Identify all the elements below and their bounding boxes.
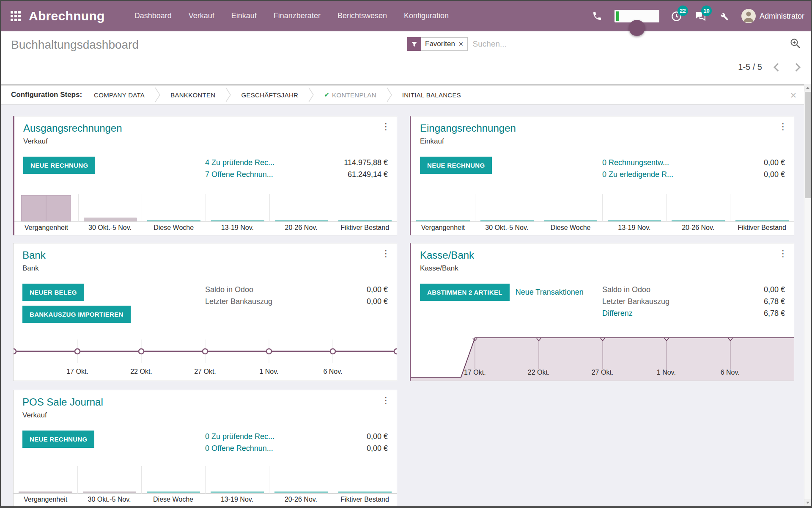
pager-next-button[interactable] bbox=[792, 63, 801, 72]
search-facet[interactable]: Favoriten bbox=[407, 37, 468, 51]
chart-column: Diese Woche bbox=[142, 194, 206, 235]
card-kebab-menu-icon[interactable] bbox=[381, 248, 389, 259]
journal-info-row: 0 Zu prüfende Rec...0,00 € bbox=[205, 431, 388, 442]
apps-grid-glyph bbox=[10, 11, 21, 22]
scroll-down-button[interactable] bbox=[804, 499, 811, 506]
card-title[interactable]: Ausgangsrechnungen bbox=[23, 122, 388, 134]
nav-item-berichtswesen[interactable]: Berichtswesen bbox=[337, 11, 387, 20]
journal-info: Saldo in Odoo0,00 €Letzter Bankauszug0,0… bbox=[205, 284, 388, 307]
chart-x-label: Diese Woche bbox=[141, 494, 205, 507]
config-step-company-data[interactable]: COMPANY DATA bbox=[94, 91, 145, 99]
journal-link[interactable]: 0 Zu erledigende R... bbox=[602, 168, 673, 180]
page-scrollbar[interactable] bbox=[804, 84, 811, 506]
journal-info: Saldo in Odoo0,00 €Letzter Bankauszug6,7… bbox=[602, 284, 785, 319]
info-label: Letzter Bankauszug bbox=[205, 295, 272, 307]
facet-body: Favoriten bbox=[421, 37, 468, 51]
card-kebab-menu-icon[interactable] bbox=[779, 121, 786, 132]
journal-link[interactable]: 0 Rechnungsentw... bbox=[602, 157, 669, 168]
journal-info: 0 Rechnungsentw...0,00 €0 Zu erledigende… bbox=[602, 157, 785, 180]
card-kebab-menu-icon[interactable] bbox=[381, 121, 389, 132]
chart-column: Vergangenheit bbox=[14, 466, 77, 507]
journal-link[interactable]: Differenz bbox=[602, 307, 633, 319]
new-invoice-button[interactable]: NEUE RECHNUNG bbox=[23, 157, 95, 174]
step-separator-icon bbox=[387, 87, 392, 102]
card-kebab-menu-icon[interactable] bbox=[779, 248, 786, 259]
search-input[interactable]: Suchen... bbox=[473, 39, 790, 49]
chart-x-label: Fiktiver Bestand bbox=[333, 494, 397, 507]
top-menu: DashboardVerkaufEinkaufFinanzberaterBeri… bbox=[134, 11, 449, 20]
journal-link[interactable]: 7 Offene Rechnun... bbox=[205, 168, 273, 180]
card-title[interactable]: Kasse/Bank bbox=[420, 249, 785, 261]
new-bill-button[interactable]: NEUE RECHNUNG bbox=[420, 157, 492, 174]
step-separator-icon bbox=[308, 87, 314, 102]
nav-item-dashboard[interactable]: Dashboard bbox=[134, 11, 172, 20]
pager-previous-button[interactable] bbox=[774, 63, 782, 72]
journal-card-bank: Bank Bank NEUER BELEG BANKAUSZUG IMPORTI… bbox=[13, 243, 397, 381]
chart-x-label: 22 Okt. bbox=[130, 368, 152, 375]
remove-facet-icon[interactable] bbox=[458, 40, 464, 48]
card-title[interactable]: POS Sale Journal bbox=[22, 396, 388, 408]
timer-knob[interactable] bbox=[629, 20, 645, 36]
config-step-gesch-ftsjahr[interactable]: GESCHÄFTSJAHR bbox=[241, 91, 298, 99]
bar bbox=[21, 195, 46, 221]
card-title[interactable]: Eingangsrechnungen bbox=[420, 122, 785, 134]
close-config-steps-icon[interactable] bbox=[790, 91, 797, 100]
card-body: NEUER BELEG BANKAUSZUG IMPORTIEREN Saldo… bbox=[14, 273, 397, 323]
chart-plot bbox=[205, 466, 269, 494]
chart-x-label: Vergangenheit bbox=[411, 222, 475, 235]
nav-item-einkauf[interactable]: Einkauf bbox=[231, 11, 257, 20]
journal-link[interactable]: 0 Offene Rechnun... bbox=[205, 442, 273, 454]
journal-link[interactable]: 0 Zu prüfende Rec... bbox=[205, 431, 274, 442]
nav-item-verkauf[interactable]: Verkauf bbox=[189, 11, 214, 20]
systray: 22 10 A bbox=[591, 1, 804, 31]
sales-journal-bar-chart: Vergangenheit30 Okt.-5 Nov.Diese Woche13… bbox=[14, 194, 397, 235]
chart-x-label: 6 Nov. bbox=[323, 368, 342, 375]
phone-icon[interactable] bbox=[591, 10, 604, 22]
activities-clock-icon[interactable]: 22 bbox=[670, 10, 683, 22]
tools-wrench-icon[interactable] bbox=[718, 10, 730, 22]
journal-info-row: Letzter Bankauszug6,78 € bbox=[602, 295, 785, 307]
journal-link[interactable]: 4 Zu prüfende Rec... bbox=[205, 157, 274, 168]
new-statement-button[interactable]: NEUER BELEG bbox=[22, 284, 84, 301]
apps-grid-icon[interactable] bbox=[9, 10, 22, 22]
step-label: COMPANY DATA bbox=[94, 91, 145, 99]
nav-item-finanzberater[interactable]: Finanzberater bbox=[274, 11, 321, 20]
chart-plot bbox=[475, 194, 539, 222]
card-body: NEUE RECHNUNG 4 Zu prüfende Rec...114.97… bbox=[14, 146, 397, 180]
bar bbox=[544, 220, 598, 221]
card-header: Eingangsrechnungen Einkauf bbox=[411, 116, 794, 146]
bar bbox=[211, 491, 264, 493]
scroll-up-button[interactable] bbox=[804, 84, 811, 91]
messages-chat-icon[interactable]: 10 bbox=[694, 10, 707, 22]
user-name: Administrator bbox=[760, 12, 804, 21]
chart-column: 20-26 Nov. bbox=[666, 194, 730, 235]
config-step-bankkonten[interactable]: BANKKONTEN bbox=[170, 91, 215, 99]
new-invoice-button[interactable]: NEUE RECHNUNG bbox=[22, 431, 94, 448]
scrollbar-thumb[interactable] bbox=[805, 92, 811, 198]
search-magnifier-icon[interactable] bbox=[790, 38, 801, 50]
step-separator-icon bbox=[155, 87, 160, 102]
info-label: Saldo in Odoo bbox=[205, 284, 253, 295]
pager: 1-5 / 5 bbox=[738, 62, 799, 72]
card-header: Kasse/Bank Kasse/Bank bbox=[411, 243, 794, 273]
card-title[interactable]: Bank bbox=[22, 249, 388, 261]
reconcile-items-button[interactable]: ABSTIMMEN 2 ARTIKEL bbox=[420, 284, 510, 301]
chart-column: Vergangenheit bbox=[14, 194, 78, 235]
new-transactions-link[interactable]: Neue Transaktionen bbox=[516, 288, 584, 297]
config-step-initial-balances[interactable]: INITIAL BALANCES bbox=[402, 91, 461, 99]
timer-widget bbox=[614, 10, 659, 22]
nav-item-konfiguration[interactable]: Konfiguration bbox=[404, 11, 449, 20]
avatar bbox=[741, 9, 756, 23]
user-menu[interactable]: Administrator bbox=[741, 9, 804, 23]
chart-x-label: 20-26 Nov. bbox=[666, 222, 730, 235]
card-subtitle: Verkauf bbox=[23, 137, 388, 146]
config-step-kontenplan[interactable]: KONTENPLAN bbox=[324, 91, 376, 99]
card-subtitle: Verkauf bbox=[22, 411, 388, 420]
import-statement-button[interactable]: BANKAUSZUG IMPORTIEREN bbox=[22, 306, 131, 323]
chart-column: 20-26 Nov. bbox=[269, 466, 333, 507]
step-label: KONTENPLAN bbox=[332, 91, 376, 99]
card-kebab-menu-icon[interactable] bbox=[381, 395, 389, 406]
chart-column: 13-19 Nov. bbox=[602, 194, 666, 235]
timer-progress-bar bbox=[616, 11, 619, 21]
search-bar[interactable]: Favoriten Suchen... bbox=[407, 37, 801, 54]
